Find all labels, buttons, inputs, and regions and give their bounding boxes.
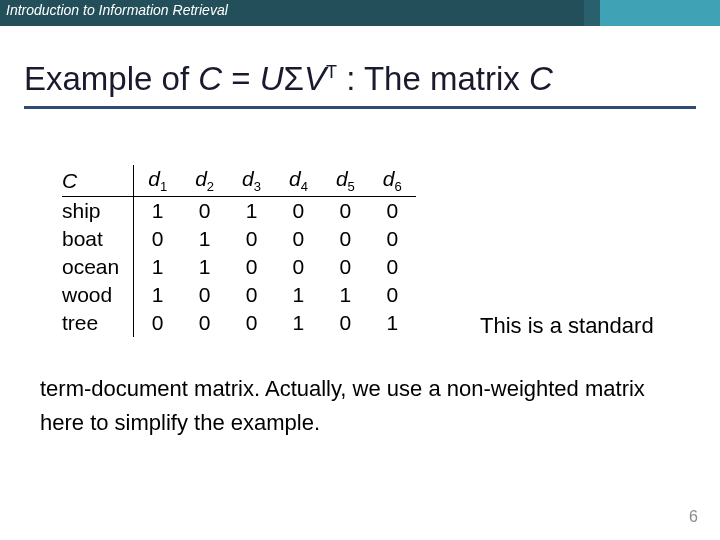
cell: 1 bbox=[275, 309, 322, 337]
cell: 0 bbox=[134, 225, 181, 253]
cell: 1 bbox=[181, 253, 228, 281]
cell: 0 bbox=[228, 309, 275, 337]
course-title: Introduction to Information Retrieval bbox=[6, 2, 228, 18]
cell: 1 bbox=[181, 225, 228, 253]
matrix-header-row: C d1 d2 d3 d4 d5 d6 bbox=[62, 165, 416, 197]
slide: Introduction to Information Retrieval Ex… bbox=[0, 0, 720, 540]
title-eq: = bbox=[222, 60, 260, 97]
title-V: V bbox=[304, 60, 326, 97]
cell: 1 bbox=[322, 281, 369, 309]
header-accent-divider bbox=[584, 0, 600, 26]
header-accent bbox=[600, 0, 720, 26]
cell: 1 bbox=[369, 309, 416, 337]
row-label: ship bbox=[62, 197, 134, 226]
slide-title: Example of C = UΣVT : The matrix C bbox=[24, 60, 696, 109]
matrix-corner: C bbox=[62, 165, 134, 197]
title-prefix: Example of bbox=[24, 60, 198, 97]
body-text-rest: term-document matrix. Actually, we use a… bbox=[40, 372, 680, 440]
cell: 0 bbox=[228, 225, 275, 253]
cell: 1 bbox=[134, 197, 181, 226]
table-row: wood 1 0 0 1 1 0 bbox=[62, 281, 416, 309]
cell: 0 bbox=[369, 281, 416, 309]
title-C2: C bbox=[529, 60, 553, 97]
cell: 0 bbox=[369, 225, 416, 253]
cell: 1 bbox=[134, 281, 181, 309]
matrix-col-5: d5 bbox=[322, 165, 369, 197]
matrix-col-3: d3 bbox=[228, 165, 275, 197]
title-suffix: : The matrix bbox=[337, 60, 529, 97]
matrix-table: C d1 d2 d3 d4 d5 d6 ship 1 0 1 0 0 0 bbox=[62, 165, 416, 337]
row-label: boat bbox=[62, 225, 134, 253]
cell: 0 bbox=[322, 225, 369, 253]
cell: 0 bbox=[322, 253, 369, 281]
row-label: tree bbox=[62, 309, 134, 337]
matrix-col-6: d6 bbox=[369, 165, 416, 197]
table-row: ocean 1 1 0 0 0 0 bbox=[62, 253, 416, 281]
matrix-col-4: d4 bbox=[275, 165, 322, 197]
cell: 0 bbox=[134, 309, 181, 337]
cell: 0 bbox=[181, 309, 228, 337]
row-label: wood bbox=[62, 281, 134, 309]
cell: 0 bbox=[228, 281, 275, 309]
cell: 0 bbox=[181, 281, 228, 309]
cell: 0 bbox=[322, 197, 369, 226]
matrix-C: C d1 d2 d3 d4 d5 d6 ship 1 0 1 0 0 0 bbox=[62, 165, 416, 337]
title-C: C bbox=[198, 60, 222, 97]
cell: 0 bbox=[275, 197, 322, 226]
title-sigma: Σ bbox=[284, 60, 304, 97]
matrix-col-1: d1 bbox=[134, 165, 181, 197]
table-row: ship 1 0 1 0 0 0 bbox=[62, 197, 416, 226]
page-number: 6 bbox=[689, 508, 698, 526]
cell: 1 bbox=[275, 281, 322, 309]
title-U: U bbox=[260, 60, 284, 97]
title-T: T bbox=[326, 62, 337, 82]
cell: 0 bbox=[369, 197, 416, 226]
cell: 1 bbox=[228, 197, 275, 226]
table-row: tree 0 0 0 1 0 1 bbox=[62, 309, 416, 337]
cell: 0 bbox=[181, 197, 228, 226]
cell: 0 bbox=[369, 253, 416, 281]
row-label: ocean bbox=[62, 253, 134, 281]
matrix-col-2: d2 bbox=[181, 165, 228, 197]
cell: 1 bbox=[134, 253, 181, 281]
cell: 0 bbox=[275, 225, 322, 253]
cell: 0 bbox=[228, 253, 275, 281]
cell: 0 bbox=[275, 253, 322, 281]
cell: 0 bbox=[322, 309, 369, 337]
table-row: boat 0 1 0 0 0 0 bbox=[62, 225, 416, 253]
body-text-lead: This is a standard bbox=[480, 309, 680, 343]
